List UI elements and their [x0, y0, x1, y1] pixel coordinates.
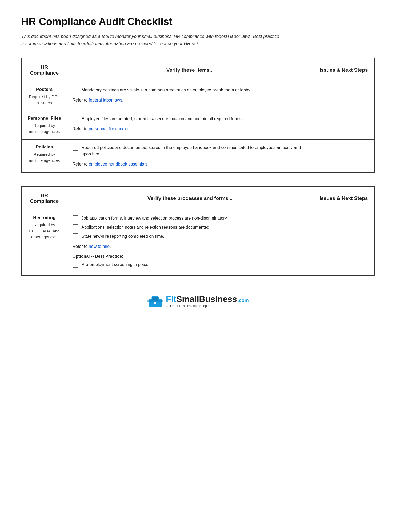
- verify-item: Applications, selection notes and reject…: [73, 224, 308, 231]
- compliance-sub-personnel: Required by multiple agencies: [29, 123, 60, 134]
- refer-personnel: Refer to personnel file checklist.: [73, 126, 308, 132]
- verify-item: Mandatory postings are visible in a comm…: [73, 87, 308, 93]
- refer-period-policies: .: [147, 162, 149, 166]
- table-processes: HR Compliance Verify these processes and…: [21, 186, 375, 276]
- issues-cell-personnel: [313, 111, 374, 140]
- table2-verify-header: Verify these processes and forms...: [67, 186, 313, 210]
- refer-period-posters: .: [122, 98, 123, 102]
- svg-rect-4: [154, 302, 156, 304]
- checkbox-personnel-1[interactable]: [73, 116, 78, 122]
- compliance-label-personnel: Personnel Files: [27, 116, 62, 121]
- logo-name: FitSmallBusiness: [166, 295, 237, 303]
- table1-issues-header: Issues & Next Steps: [313, 58, 374, 82]
- table-row: Policies Required by multiple agencies R…: [22, 140, 374, 173]
- compliance-label-recruiting: Recruiting: [27, 215, 62, 220]
- table1-verify-header: Verify these items...: [67, 58, 313, 82]
- logo-name-row: FitSmallBusiness .com: [166, 295, 249, 303]
- footer: FitSmallBusiness .com Get Your Business …: [21, 289, 375, 308]
- best-practice-label-recruiting: Optional -- Best Practice:: [73, 254, 308, 259]
- verify-text-personnel-1: Employee files are created, stored in a …: [82, 116, 243, 122]
- logo-name-small: SmallBusiness: [176, 294, 237, 304]
- checkbox-posters-1[interactable]: [73, 87, 78, 93]
- table-row: Personnel Files Required by multiple age…: [22, 111, 374, 140]
- compliance-label-policies: Policies: [27, 144, 62, 150]
- svg-rect-3: [147, 300, 163, 302]
- compliance-cell-policies: Policies Required by multiple agencies: [22, 140, 67, 173]
- verify-cell-recruiting: Job application forms, interview and sel…: [67, 210, 313, 276]
- compliance-sub-posters: Required by DOL & States: [29, 94, 60, 105]
- verify-text-recruiting-bp-1: Pre-employment screening in place.: [82, 261, 150, 268]
- compliance-sub-policies: Required by multiple agencies: [29, 152, 60, 163]
- table-row: Posters Required by DOL & States Mandato…: [22, 82, 374, 111]
- compliance-cell-personnel: Personnel Files Required by multiple age…: [22, 111, 67, 140]
- verify-text-recruiting-2: Applications, selection notes and reject…: [82, 224, 211, 231]
- refer-recruiting: Refer to how to hire.: [73, 243, 308, 250]
- verify-text-recruiting-1: Job application forms, interview and sel…: [82, 215, 228, 221]
- verify-text-recruiting-3: State new-hire reporting completed on ti…: [82, 233, 164, 240]
- verify-item: State new-hire reporting completed on ti…: [73, 233, 308, 240]
- compliance-sub-recruiting: Required by EEOC, ADA, and other agencie…: [29, 223, 59, 239]
- refer-link-posters[interactable]: federal labor laws: [89, 98, 122, 102]
- compliance-label-posters: Posters: [27, 87, 62, 92]
- verify-cell-policies: Required policies are documented, stored…: [67, 140, 313, 173]
- logo-name-fit: Fit: [166, 294, 176, 304]
- refer-posters: Refer to federal labor laws.: [73, 97, 308, 103]
- intro-text: This document has been designed as a too…: [21, 33, 315, 47]
- verify-item: Employee files are created, stored in a …: [73, 116, 308, 122]
- refer-link-recruiting[interactable]: how to hire: [89, 244, 110, 249]
- svg-rect-2: [152, 297, 158, 300]
- table-items: HR Compliance Verify these items... Issu…: [21, 58, 375, 173]
- issues-cell-posters: [313, 82, 374, 111]
- logo-container: FitSmallBusiness .com Get Your Business …: [147, 295, 249, 308]
- compliance-cell-posters: Posters Required by DOL & States: [22, 82, 67, 111]
- logo-com: .com: [238, 298, 249, 303]
- verify-text-policies-1: Required policies are documented, stored…: [82, 144, 308, 157]
- logo-text: FitSmallBusiness .com Get Your Business …: [166, 295, 249, 308]
- checkbox-recruiting-3[interactable]: [73, 233, 78, 239]
- refer-prefix-recruiting: Refer to: [73, 244, 89, 249]
- checkbox-recruiting-2[interactable]: [73, 224, 78, 230]
- refer-prefix-personnel: Refer to: [73, 127, 89, 131]
- briefcase-icon: [147, 295, 163, 308]
- compliance-cell-recruiting: Recruiting Required by EEOC, ADA, and ot…: [22, 210, 67, 276]
- verify-cell-posters: Mandatory postings are visible in a comm…: [67, 82, 313, 111]
- issues-cell-policies: [313, 140, 374, 173]
- checkbox-recruiting-bp-1[interactable]: [73, 262, 78, 268]
- table-row: Recruiting Required by EEOC, ADA, and ot…: [22, 210, 374, 276]
- checkbox-recruiting-1[interactable]: [73, 215, 78, 221]
- logo-tagline: Get Your Business Into Shape: [166, 304, 249, 308]
- refer-period-recruiting: .: [110, 244, 111, 249]
- refer-period-personnel: .: [132, 127, 133, 131]
- table1-compliance-header: HR Compliance: [22, 58, 67, 82]
- table2-compliance-header: HR Compliance: [22, 186, 67, 210]
- verify-text-posters-1: Mandatory postings are visible in a comm…: [82, 87, 251, 93]
- footer-logo: FitSmallBusiness .com Get Your Business …: [147, 295, 249, 308]
- verify-item-best-practice: Pre-employment screening in place.: [73, 261, 308, 268]
- verify-item: Required policies are documented, stored…: [73, 144, 308, 157]
- refer-prefix-policies: Refer to: [73, 162, 89, 166]
- verify-item: Job application forms, interview and sel…: [73, 215, 308, 221]
- refer-link-policies[interactable]: employee handbook essentials: [89, 162, 147, 166]
- refer-policies: Refer to employee handbook essentials.: [73, 161, 308, 167]
- refer-prefix-posters: Refer to: [73, 98, 89, 102]
- checkbox-policies-1[interactable]: [73, 145, 78, 151]
- table2-issues-header: Issues & Next Steps: [313, 186, 374, 210]
- verify-cell-personnel: Employee files are created, stored in a …: [67, 111, 313, 140]
- refer-link-personnel[interactable]: personnel file checklist: [89, 127, 132, 131]
- issues-cell-recruiting: [313, 210, 374, 276]
- page-title: HR Compliance Audit Checklist: [21, 16, 375, 27]
